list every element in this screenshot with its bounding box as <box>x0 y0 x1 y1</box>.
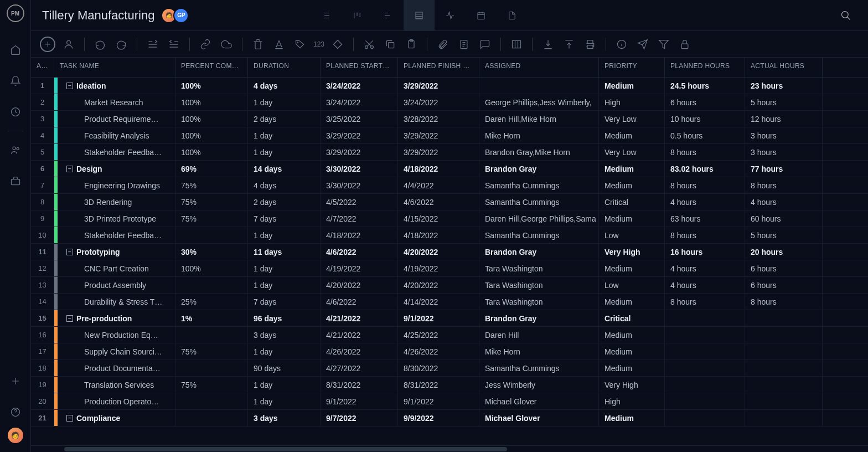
table-row[interactable]: 19Translation Services75%1 day8/31/20228… <box>31 377 868 393</box>
priority-cell[interactable]: Very High <box>599 377 665 393</box>
start-cell[interactable]: 3/29/2022 <box>321 127 398 143</box>
table-row[interactable]: 14Durability & Stress T…25%7 days4/6/202… <box>31 294 868 310</box>
start-cell[interactable]: 4/6/2022 <box>321 294 398 310</box>
horizontal-scrollbar[interactable] <box>31 445 868 452</box>
note-icon[interactable] <box>456 37 472 52</box>
phours-cell[interactable]: 8 hours <box>665 177 745 193</box>
col-duration[interactable]: DURATION <box>248 58 321 77</box>
finish-cell[interactable]: 8/31/2022 <box>398 377 479 393</box>
phours-cell[interactable]: 10 hours <box>665 111 745 127</box>
activity-view-icon[interactable] <box>435 0 466 31</box>
tag-icon[interactable] <box>292 37 308 52</box>
phours-cell[interactable]: 8 hours <box>665 294 745 310</box>
task-name-cell[interactable]: New Production Eq… <box>54 327 175 343</box>
outdent-icon[interactable] <box>145 37 161 52</box>
gantt-view-icon[interactable] <box>373 0 404 31</box>
finish-cell[interactable]: 4/19/2022 <box>398 260 479 276</box>
finish-cell[interactable]: 4/18/2022 <box>398 227 479 243</box>
task-name-cell[interactable]: −Ideation <box>54 78 175 94</box>
dur-cell[interactable]: 1 day <box>248 260 321 276</box>
ahours-cell[interactable]: 8 hours <box>745 177 823 193</box>
ahours-cell[interactable] <box>745 310 823 326</box>
table-row[interactable]: 93D Printed Prototype75%7 days4/7/20224/… <box>31 210 868 227</box>
cut-icon[interactable] <box>361 37 377 52</box>
dur-cell[interactable]: 4 days <box>248 177 321 193</box>
info-icon[interactable] <box>614 37 629 52</box>
task-name-cell[interactable]: Product Documenta… <box>54 360 175 376</box>
finish-cell[interactable]: 4/15/2022 <box>398 210 479 227</box>
priority-cell[interactable]: Critical <box>599 310 665 326</box>
avatar-2[interactable]: GP <box>173 8 189 23</box>
phours-cell[interactable]: 16 hours <box>665 244 745 260</box>
dur-cell[interactable]: 1 day <box>248 377 321 393</box>
pct-cell[interactable]: 25% <box>175 294 248 310</box>
bell-icon[interactable] <box>9 74 22 88</box>
table-row[interactable]: 10Stakeholder Feedba…1 day4/18/20224/18/… <box>31 227 868 244</box>
task-name-cell[interactable]: 3D Rendering <box>54 194 175 210</box>
ahours-cell[interactable]: 8 hours <box>745 294 823 310</box>
table-row[interactable]: 20Production Operato…1 day9/1/20229/1/20… <box>31 393 868 410</box>
task-name-cell[interactable]: −Design <box>54 161 175 177</box>
ahours-cell[interactable]: 12 hours <box>745 111 823 127</box>
ahours-cell[interactable]: 20 hours <box>745 244 823 260</box>
finish-cell[interactable]: 8/30/2022 <box>398 360 479 376</box>
phours-cell[interactable] <box>665 343 745 359</box>
col-plannedhours[interactable]: PLANNED HOURS <box>665 58 745 77</box>
lock-icon[interactable] <box>677 37 693 52</box>
pct-cell[interactable]: 75% <box>175 377 248 393</box>
assign-cell[interactable]: Brandon Gray <box>479 244 599 260</box>
priority-cell[interactable]: Medium <box>599 360 665 376</box>
finish-cell[interactable]: 3/28/2022 <box>398 111 479 127</box>
assign-cell[interactable]: Tara Washington <box>479 294 599 310</box>
calendar-view-icon[interactable] <box>466 0 497 31</box>
phours-cell[interactable]: 24.5 hours <box>665 78 745 94</box>
task-name-cell[interactable]: Supply Chain Sourci… <box>54 343 175 359</box>
assign-cell[interactable]: Mike Horn <box>479 343 599 359</box>
col-taskname[interactable]: TASK NAME <box>54 58 175 77</box>
task-name-cell[interactable]: Product Requireme… <box>54 111 175 127</box>
priority-cell[interactable]: Very Low <box>599 111 665 127</box>
copy-icon[interactable] <box>383 37 398 52</box>
pct-cell[interactable]: 30% <box>175 244 248 260</box>
number-format[interactable]: 123 <box>313 40 324 48</box>
briefcase-icon[interactable] <box>9 174 22 188</box>
start-cell[interactable]: 3/25/2022 <box>321 111 398 127</box>
task-name-cell[interactable]: Translation Services <box>54 377 175 393</box>
cloud-icon[interactable] <box>219 37 234 52</box>
start-cell[interactable]: 3/30/2022 <box>321 177 398 193</box>
start-cell[interactable]: 4/5/2022 <box>321 194 398 210</box>
phours-cell[interactable] <box>665 410 745 426</box>
ahours-cell[interactable]: 6 hours <box>745 277 823 293</box>
task-name-cell[interactable]: Stakeholder Feedba… <box>54 227 175 243</box>
table-row[interactable]: 16New Production Eq…3 days4/21/20224/25/… <box>31 327 868 343</box>
dur-cell[interactable]: 3 days <box>248 327 321 343</box>
pct-cell[interactable] <box>175 227 248 243</box>
dur-cell[interactable]: 1 day <box>248 94 321 110</box>
assign-cell[interactable]: Michael Glover <box>479 393 599 409</box>
pct-cell[interactable]: 75% <box>175 210 248 227</box>
collapse-icon[interactable]: − <box>66 415 73 422</box>
col-all[interactable]: ALL <box>31 58 54 77</box>
pct-cell[interactable]: 100% <box>175 127 248 143</box>
phours-cell[interactable] <box>665 327 745 343</box>
collapse-icon[interactable]: − <box>66 249 73 255</box>
assign-cell[interactable]: Daren Hill,Mike Horn <box>479 111 599 127</box>
start-cell[interactable]: 4/7/2022 <box>321 210 398 227</box>
task-name-cell[interactable]: CNC Part Creation <box>54 260 175 276</box>
pct-cell[interactable]: 75% <box>175 177 248 193</box>
table-row[interactable]: 7Engineering Drawings75%4 days3/30/20224… <box>31 177 868 194</box>
text-color-icon[interactable] <box>271 37 287 52</box>
table-row[interactable]: 12CNC Part Creation100%1 day4/19/20224/1… <box>31 260 868 277</box>
start-cell[interactable]: 3/30/2022 <box>321 161 398 177</box>
task-name-cell[interactable]: Engineering Drawings <box>54 177 175 193</box>
undo-icon[interactable] <box>92 37 108 52</box>
start-cell[interactable]: 3/24/2022 <box>321 94 398 110</box>
phours-cell[interactable] <box>665 310 745 326</box>
finish-cell[interactable]: 3/24/2022 <box>398 94 479 110</box>
priority-cell[interactable]: Medium <box>599 294 665 310</box>
finish-cell[interactable]: 3/29/2022 <box>398 78 479 94</box>
start-cell[interactable]: 9/1/2022 <box>321 393 398 409</box>
ahours-cell[interactable]: 3 hours <box>745 127 823 143</box>
ahours-cell[interactable] <box>745 410 823 426</box>
priority-cell[interactable]: Very Low <box>599 144 665 160</box>
